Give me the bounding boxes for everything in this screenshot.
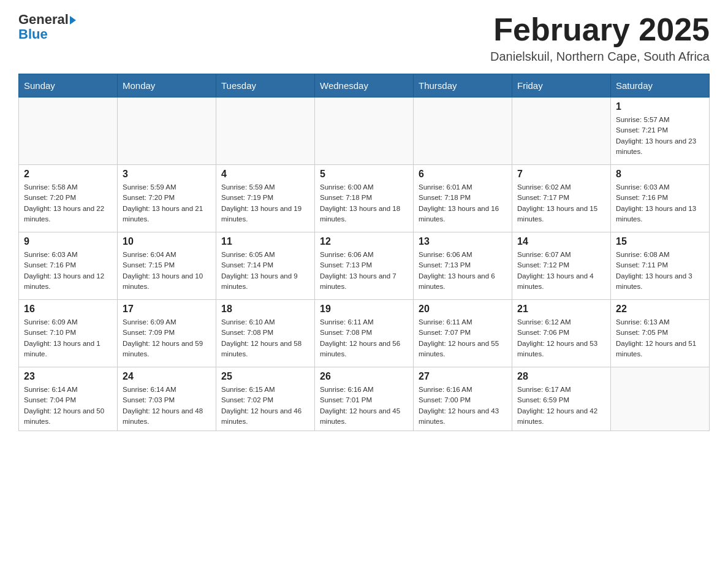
calendar-cell: 21Sunrise: 6:12 AMSunset: 7:06 PMDayligh…	[512, 300, 611, 367]
day-number: 9	[24, 236, 112, 247]
week-row-4: 16Sunrise: 6:09 AMSunset: 7:10 PMDayligh…	[19, 300, 710, 367]
day-number: 13	[419, 236, 507, 247]
calendar-cell	[118, 98, 216, 165]
calendar-cell: 19Sunrise: 6:11 AMSunset: 7:08 PMDayligh…	[315, 300, 414, 367]
day-info: Sunrise: 6:16 AMSunset: 7:00 PMDaylight:…	[419, 385, 507, 427]
calendar-cell: 1Sunrise: 5:57 AMSunset: 7:21 PMDaylight…	[611, 98, 710, 165]
day-number: 23	[24, 371, 112, 382]
calendar-cell: 6Sunrise: 6:01 AMSunset: 7:18 PMDaylight…	[414, 165, 512, 232]
day-number: 11	[221, 236, 309, 247]
day-info: Sunrise: 5:57 AMSunset: 7:21 PMDaylight:…	[616, 115, 704, 157]
day-info: Sunrise: 6:17 AMSunset: 6:59 PMDaylight:…	[517, 385, 605, 427]
calendar-cell: 28Sunrise: 6:17 AMSunset: 6:59 PMDayligh…	[512, 367, 611, 431]
calendar-cell: 25Sunrise: 6:15 AMSunset: 7:02 PMDayligh…	[216, 367, 315, 431]
calendar-cell: 10Sunrise: 6:04 AMSunset: 7:15 PMDayligh…	[118, 232, 216, 300]
calendar-cell: 4Sunrise: 5:59 AMSunset: 7:19 PMDaylight…	[216, 165, 315, 232]
day-info: Sunrise: 6:14 AMSunset: 7:03 PMDaylight:…	[123, 385, 211, 427]
week-row-3: 9Sunrise: 6:03 AMSunset: 7:16 PMDaylight…	[19, 232, 710, 300]
day-info: Sunrise: 6:05 AMSunset: 7:14 PMDaylight:…	[221, 250, 309, 292]
calendar-cell: 11Sunrise: 6:05 AMSunset: 7:14 PMDayligh…	[216, 232, 315, 300]
day-number: 24	[123, 371, 211, 382]
calendar-cell: 5Sunrise: 6:00 AMSunset: 7:18 PMDaylight…	[315, 165, 414, 232]
calendar-cell: 20Sunrise: 6:11 AMSunset: 7:07 PMDayligh…	[414, 300, 512, 367]
day-info: Sunrise: 6:07 AMSunset: 7:12 PMDaylight:…	[517, 250, 605, 292]
day-number: 2	[24, 169, 112, 180]
calendar-cell	[216, 98, 315, 165]
day-info: Sunrise: 5:58 AMSunset: 7:20 PMDaylight:…	[24, 182, 112, 224]
calendar-cell: 27Sunrise: 6:16 AMSunset: 7:00 PMDayligh…	[414, 367, 512, 431]
day-info: Sunrise: 6:03 AMSunset: 7:16 PMDaylight:…	[24, 250, 112, 292]
day-info: Sunrise: 6:15 AMSunset: 7:02 PMDaylight:…	[221, 385, 309, 427]
day-number: 17	[123, 304, 211, 315]
calendar-cell: 22Sunrise: 6:13 AMSunset: 7:05 PMDayligh…	[611, 300, 710, 367]
day-info: Sunrise: 6:09 AMSunset: 7:10 PMDaylight:…	[24, 317, 112, 359]
day-number: 28	[517, 371, 605, 382]
title-area: February 2025 Danielskuil, Northern Cape…	[490, 12, 710, 64]
calendar-cell: 8Sunrise: 6:03 AMSunset: 7:16 PMDaylight…	[611, 165, 710, 232]
weekday-header-saturday: Saturday	[611, 74, 710, 98]
calendar-cell	[315, 98, 414, 165]
calendar-cell	[611, 367, 710, 431]
weekday-header-sunday: Sunday	[19, 74, 118, 98]
logo-area: GeneralBlue	[18, 12, 76, 42]
day-number: 18	[221, 304, 309, 315]
calendar-cell: 26Sunrise: 6:16 AMSunset: 7:01 PMDayligh…	[315, 367, 414, 431]
day-number: 21	[517, 304, 605, 315]
day-info: Sunrise: 6:04 AMSunset: 7:15 PMDaylight:…	[123, 250, 211, 292]
day-info: Sunrise: 6:09 AMSunset: 7:09 PMDaylight:…	[123, 317, 211, 359]
weekday-header-monday: Monday	[118, 74, 216, 98]
day-info: Sunrise: 5:59 AMSunset: 7:20 PMDaylight:…	[123, 182, 211, 224]
month-title: February 2025	[490, 12, 710, 47]
day-info: Sunrise: 6:00 AMSunset: 7:18 PMDaylight:…	[320, 182, 408, 224]
calendar-cell: 18Sunrise: 6:10 AMSunset: 7:08 PMDayligh…	[216, 300, 315, 367]
day-number: 3	[123, 169, 211, 180]
logo-blue-text: Blue	[18, 26, 48, 42]
day-info: Sunrise: 6:14 AMSunset: 7:04 PMDaylight:…	[24, 385, 112, 427]
calendar-cell: 14Sunrise: 6:07 AMSunset: 7:12 PMDayligh…	[512, 232, 611, 300]
day-info: Sunrise: 6:08 AMSunset: 7:11 PMDaylight:…	[616, 250, 704, 292]
day-number: 12	[320, 236, 408, 247]
weekday-header-row: SundayMondayTuesdayWednesdayThursdayFrid…	[19, 74, 710, 98]
day-info: Sunrise: 6:11 AMSunset: 7:07 PMDaylight:…	[419, 317, 507, 359]
weekday-header-thursday: Thursday	[414, 74, 512, 98]
calendar-cell: 3Sunrise: 5:59 AMSunset: 7:20 PMDaylight…	[118, 165, 216, 232]
day-number: 22	[616, 304, 704, 315]
calendar-cell: 9Sunrise: 6:03 AMSunset: 7:16 PMDaylight…	[19, 232, 118, 300]
weekday-header-wednesday: Wednesday	[315, 74, 414, 98]
day-number: 6	[419, 169, 507, 180]
page-header: GeneralBlue February 2025 Danielskuil, N…	[18, 12, 710, 64]
calendar-cell: 17Sunrise: 6:09 AMSunset: 7:09 PMDayligh…	[118, 300, 216, 367]
calendar-cell: 2Sunrise: 5:58 AMSunset: 7:20 PMDaylight…	[19, 165, 118, 232]
day-info: Sunrise: 6:03 AMSunset: 7:16 PMDaylight:…	[616, 182, 704, 224]
day-info: Sunrise: 6:16 AMSunset: 7:01 PMDaylight:…	[320, 385, 408, 427]
week-row-5: 23Sunrise: 6:14 AMSunset: 7:04 PMDayligh…	[19, 367, 710, 431]
weekday-header-friday: Friday	[512, 74, 611, 98]
day-number: 20	[419, 304, 507, 315]
day-number: 5	[320, 169, 408, 180]
day-info: Sunrise: 6:12 AMSunset: 7:06 PMDaylight:…	[517, 317, 605, 359]
calendar-cell: 12Sunrise: 6:06 AMSunset: 7:13 PMDayligh…	[315, 232, 414, 300]
calendar-cell: 23Sunrise: 6:14 AMSunset: 7:04 PMDayligh…	[19, 367, 118, 431]
day-number: 1	[616, 101, 704, 112]
day-info: Sunrise: 6:10 AMSunset: 7:08 PMDaylight:…	[221, 317, 309, 359]
calendar-cell	[512, 98, 611, 165]
day-number: 10	[123, 236, 211, 247]
calendar-cell: 24Sunrise: 6:14 AMSunset: 7:03 PMDayligh…	[118, 367, 216, 431]
calendar-cell: 15Sunrise: 6:08 AMSunset: 7:11 PMDayligh…	[611, 232, 710, 300]
logo: GeneralBlue	[18, 12, 76, 42]
day-number: 19	[320, 304, 408, 315]
day-number: 14	[517, 236, 605, 247]
day-info: Sunrise: 6:11 AMSunset: 7:08 PMDaylight:…	[320, 317, 408, 359]
day-info: Sunrise: 5:59 AMSunset: 7:19 PMDaylight:…	[221, 182, 309, 224]
day-info: Sunrise: 6:02 AMSunset: 7:17 PMDaylight:…	[517, 182, 605, 224]
calendar-cell	[414, 98, 512, 165]
day-info: Sunrise: 6:06 AMSunset: 7:13 PMDaylight:…	[320, 250, 408, 292]
logo-arrow-icon	[70, 16, 76, 25]
calendar-cell	[19, 98, 118, 165]
day-number: 27	[419, 371, 507, 382]
calendar-cell: 16Sunrise: 6:09 AMSunset: 7:10 PMDayligh…	[19, 300, 118, 367]
week-row-2: 2Sunrise: 5:58 AMSunset: 7:20 PMDaylight…	[19, 165, 710, 232]
weekday-header-tuesday: Tuesday	[216, 74, 315, 98]
day-number: 4	[221, 169, 309, 180]
calendar-table: SundayMondayTuesdayWednesdayThursdayFrid…	[18, 74, 710, 431]
